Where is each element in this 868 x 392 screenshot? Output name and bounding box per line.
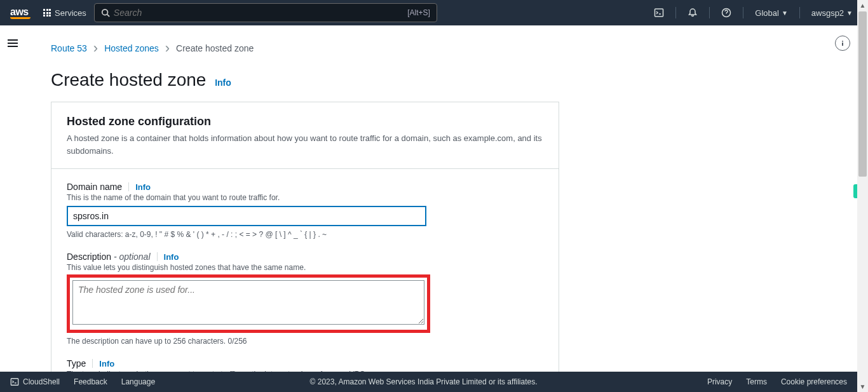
side-nav-toggle[interactable] [0, 30, 25, 56]
footer: CloudShell Feedback Language © 2023, Ama… [0, 372, 857, 392]
scroll-thumb[interactable] [858, 11, 867, 177]
page-title: Create hosted zone Info [51, 70, 804, 90]
breadcrumb-hosted-zones[interactable]: Hosted zones [104, 43, 159, 53]
hamburger-icon [8, 39, 18, 47]
services-grid-icon [43, 9, 51, 17]
domain-name-field: Domain name Info This is the name of the… [67, 182, 543, 239]
aws-logo[interactable]: aws [10, 6, 31, 19]
region-selector[interactable]: Global▼ [750, 8, 792, 18]
svg-rect-5 [842, 43, 843, 46]
svg-rect-2 [655, 9, 663, 17]
search-icon [101, 8, 110, 17]
scroll-down-arrow[interactable]: ▼ [857, 381, 868, 392]
footer-language[interactable]: Language [121, 377, 155, 386]
panel-subtitle: A hosted zone is a container that holds … [67, 132, 543, 157]
svg-line-1 [107, 15, 109, 17]
search-input[interactable] [114, 8, 407, 18]
breadcrumb: Route 53 › Hosted zones › Create hosted … [51, 25, 804, 53]
breadcrumb-current: Create hosted zone [176, 43, 254, 53]
type-field: Type Info The type indicates whether you… [67, 358, 543, 372]
caret-down-icon: ▼ [846, 10, 853, 17]
footer-feedback[interactable]: Feedback [74, 377, 107, 386]
scroll-up-arrow[interactable]: ▲ [857, 0, 868, 11]
description-label: Description - optional [67, 252, 151, 262]
vertical-scrollbar[interactable]: ▲ ▼ [857, 0, 868, 392]
footer-privacy[interactable]: Privacy [707, 377, 732, 386]
footer-cloudshell[interactable]: CloudShell [10, 377, 60, 386]
services-label: Services [55, 8, 86, 18]
panel-title: Hosted zone configuration [67, 115, 543, 128]
description-help: This value lets you distinguish hosted z… [67, 263, 543, 272]
svg-point-4 [842, 41, 843, 42]
global-search[interactable]: [Alt+S] [94, 3, 437, 22]
description-textarea[interactable] [72, 280, 424, 325]
search-shortcut-hint: [Alt+S] [407, 8, 430, 17]
domain-help: This is the name of the domain that you … [67, 193, 543, 202]
description-highlight [67, 274, 430, 333]
domain-info-link[interactable]: Info [135, 182, 151, 192]
help-icon[interactable] [716, 3, 736, 23]
domain-name-input[interactable] [67, 206, 426, 226]
breadcrumb-root[interactable]: Route 53 [51, 43, 87, 53]
top-nav: aws Services [Alt+S] Global▼ awsgsp2▼ [0, 0, 868, 25]
type-info-link[interactable]: Info [99, 359, 114, 368]
panel-header: Hosted zone configuration A hosted zone … [51, 102, 559, 169]
chevron-right-icon: › [93, 44, 98, 53]
svg-rect-6 [11, 379, 18, 386]
chevron-right-icon: › [165, 44, 170, 53]
nav-right: Global▼ awsgsp2▼ [649, 3, 858, 23]
caret-down-icon: ▼ [782, 10, 788, 17]
domain-constraint: Valid characters: a-z, 0-9, ! " # $ % & … [67, 230, 543, 239]
page-info-link[interactable]: Info [215, 78, 231, 88]
services-button[interactable]: Services [43, 8, 86, 18]
domain-name-label: Domain name [67, 182, 122, 192]
description-info-link[interactable]: Info [164, 252, 179, 262]
description-constraint: The description can have up to 256 chara… [67, 337, 543, 346]
type-label: Type [67, 358, 86, 368]
svg-point-0 [102, 10, 108, 15]
config-panel: Hosted zone configuration A hosted zone … [51, 102, 559, 372]
footer-copyright: © 2023, Amazon Web Services India Privat… [310, 377, 538, 386]
notifications-icon[interactable] [682, 3, 703, 23]
cloudshell-icon[interactable] [649, 3, 669, 23]
footer-terms[interactable]: Terms [746, 377, 767, 386]
main-content: Route 53 › Hosted zones › Create hosted … [25, 25, 830, 372]
panel-body: Domain name Info This is the name of the… [51, 169, 559, 372]
footer-cookies[interactable]: Cookie preferences [781, 377, 847, 386]
tools-panel-toggle[interactable] [835, 36, 850, 51]
account-menu[interactable]: awsgsp2▼ [806, 8, 858, 18]
description-field: Description - optional Info This value l… [67, 252, 543, 346]
